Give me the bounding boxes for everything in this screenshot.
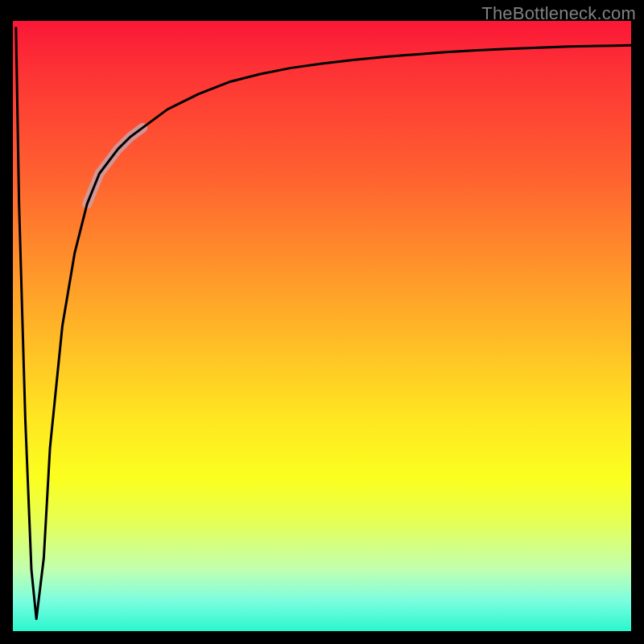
chart-frame: TheBottleneck.com <box>0 0 644 644</box>
plot-gradient-background <box>13 21 631 631</box>
plot-outer <box>13 21 631 631</box>
watermark-text: TheBottleneck.com <box>481 3 636 24</box>
